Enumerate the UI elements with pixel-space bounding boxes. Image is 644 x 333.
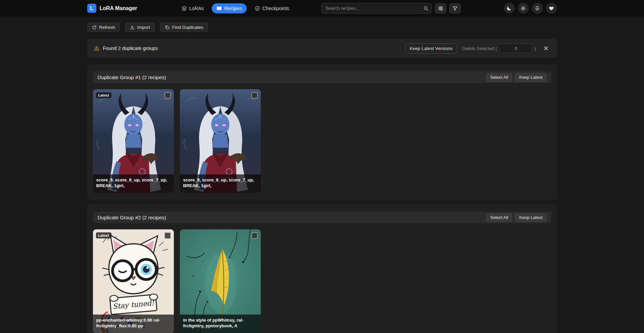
latest-badge: Latest: [96, 92, 111, 98]
sliders-icon: [438, 6, 443, 11]
delete-selected-prefix: Delete Selected (: [462, 46, 497, 51]
recipe-select-checkbox[interactable]: [251, 232, 258, 239]
nav-tab-loras-label: LoRAs: [189, 6, 204, 11]
group-1-select-all-button[interactable]: Select All: [486, 73, 512, 82]
app-logo-icon: L: [87, 4, 96, 13]
nav-tab-recipes-label: Recipes: [224, 6, 242, 11]
duplicate-group-1: Duplicate Group #1 (2 recipes) Select Al…: [87, 64, 557, 200]
group-2-header: Duplicate Group #2 (2 recipes) Select Al…: [93, 212, 551, 223]
delete-selected-suffix: ): [535, 46, 536, 51]
layers-icon: [182, 6, 187, 11]
group-2-title: Duplicate Group #2 (2 recipes): [98, 215, 166, 220]
search-icon[interactable]: [422, 4, 430, 12]
recipe-select-checkbox[interactable]: [164, 92, 171, 99]
heart-icon: [549, 6, 554, 11]
nav-tab-checkpoints-label: Checkpoints: [262, 6, 289, 11]
sort-options-button[interactable]: [435, 3, 446, 13]
refresh-icon: [92, 25, 97, 30]
group-2-cards: Stay tuned! Latest: [93, 229, 551, 333]
group-2-select-all-button[interactable]: Select All: [486, 213, 512, 222]
recipe-caption: score_9, score_8_up, score_7_up, BREAK, …: [180, 174, 261, 193]
app-title: LoRA Manager: [100, 5, 137, 11]
filter-button[interactable]: [449, 3, 461, 13]
notifications-button[interactable]: [532, 3, 543, 14]
recipe-caption: in the style of ppWhimsy, ral-frctlgmtry…: [180, 315, 261, 333]
bell-icon: [535, 6, 540, 11]
recipe-card[interactable]: in the style of ppWhimsy, ral-frctlgmtry…: [180, 229, 261, 333]
group-1-cards: Latest score_9, score_8_up, score_7_up, …: [93, 89, 551, 193]
group-1-keep-latest-button[interactable]: Keep Latest: [515, 73, 546, 82]
banner-message: Found 2 duplicate groups: [103, 46, 158, 51]
keep-latest-versions-button[interactable]: Keep Latest Versions: [405, 43, 457, 54]
brand: L LoRA Manager: [87, 4, 137, 13]
theme-toggle-button[interactable]: [504, 3, 515, 14]
recipe-select-checkbox[interactable]: [164, 232, 171, 239]
recipe-card[interactable]: Stay tuned! Latest: [93, 229, 174, 333]
search-input[interactable]: [321, 3, 432, 14]
refresh-button[interactable]: Refresh: [87, 23, 120, 32]
group-2-keep-latest-button[interactable]: Keep Latest: [515, 213, 546, 222]
group-1-title: Duplicate Group #1 (2 recipes): [98, 74, 166, 80]
nav-actions: [504, 3, 557, 14]
recipe-select-checkbox[interactable]: [251, 92, 258, 99]
recipe-caption: score_9, score_8_up, score_7_up, BREAK, …: [93, 174, 174, 193]
find-duplicates-label: Find Duplicates: [172, 25, 203, 30]
find-duplicates-button[interactable]: Find Duplicates: [160, 23, 208, 32]
delete-selected-control: Delete Selected ( ): [462, 44, 536, 53]
settings-button[interactable]: [518, 3, 529, 14]
check-circle-icon: [255, 6, 260, 11]
moon-icon: [506, 6, 512, 11]
latest-badge: Latest: [96, 232, 111, 238]
nav-tab-recipes[interactable]: Recipes: [212, 3, 246, 13]
recipe-card[interactable]: score_9, score_8_up, score_7_up, BREAK, …: [180, 89, 261, 193]
group-1-header: Duplicate Group #1 (2 recipes) Select Al…: [93, 71, 551, 83]
delete-count-input[interactable]: [499, 44, 533, 53]
funnel-icon: [452, 6, 458, 11]
nav-tab-checkpoints[interactable]: Checkpoints: [250, 3, 294, 13]
main-nav: LoRAs Recipes Checkpoints: [177, 3, 294, 13]
nav-tab-loras[interactable]: LoRAs: [177, 3, 209, 13]
import-icon: [130, 25, 135, 30]
recipe-caption: pp-enchanted-whimsy:0.90 ral-frctlgmtry_…: [93, 315, 174, 333]
recipes-toolbar: Refresh Import Find Duplicates: [87, 23, 557, 32]
warning-icon: [94, 46, 99, 51]
search-box: [321, 3, 432, 14]
import-label: Import: [137, 25, 150, 30]
favorites-button[interactable]: [546, 3, 557, 14]
close-icon: [543, 46, 549, 51]
duplicate-group-2: Duplicate Group #2 (2 recipes) Select Al…: [87, 205, 557, 333]
copies-icon: [165, 25, 169, 30]
refresh-label: Refresh: [99, 25, 115, 30]
navbar: L LoRA Manager LoRAs Recipes Checkpoi: [0, 0, 644, 16]
book-icon: [216, 6, 222, 11]
import-button[interactable]: Import: [125, 23, 155, 32]
close-banner-button[interactable]: [542, 44, 550, 53]
recipe-card[interactable]: Latest score_9, score_8_up, score_7_up, …: [93, 89, 174, 193]
gear-icon: [521, 6, 526, 11]
search-group: [321, 3, 461, 14]
duplicates-banner: Found 2 duplicate groups Keep Latest Ver…: [87, 39, 557, 58]
